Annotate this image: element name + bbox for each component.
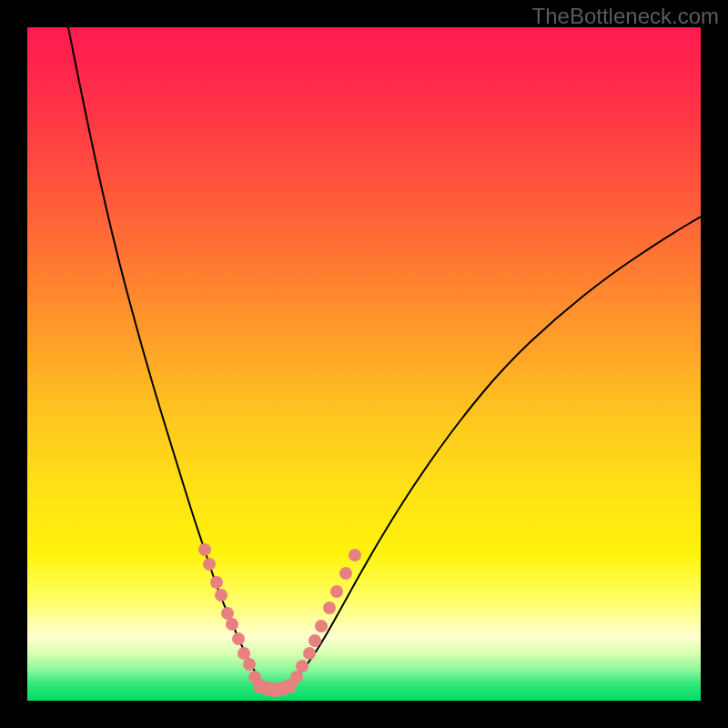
plot-area <box>27 27 701 701</box>
marker-dot <box>221 607 234 620</box>
curve-left-branch <box>68 27 273 688</box>
curve-right-branch <box>282 217 701 688</box>
marker-dot <box>290 671 303 683</box>
marker-dot <box>203 558 216 571</box>
chart-frame: TheBottleneck.com <box>0 0 728 728</box>
marker-dot <box>226 618 238 631</box>
marker-dot <box>243 658 256 671</box>
marker-dot <box>215 589 228 602</box>
marker-dot <box>308 634 321 647</box>
marker-dot <box>296 660 308 672</box>
curve-layer <box>27 27 701 701</box>
watermark-text: TheBottleneck.com <box>532 4 719 29</box>
marker-dot <box>323 602 336 614</box>
marker-dot <box>232 632 245 645</box>
marker-dot <box>330 585 343 598</box>
marker-dot <box>315 620 328 632</box>
marker-dot <box>303 647 316 660</box>
marker-dot <box>210 576 223 589</box>
marker-dot <box>339 567 352 580</box>
marker-dot <box>349 549 361 561</box>
marker-dot <box>198 543 211 556</box>
marker-dot <box>238 647 250 660</box>
